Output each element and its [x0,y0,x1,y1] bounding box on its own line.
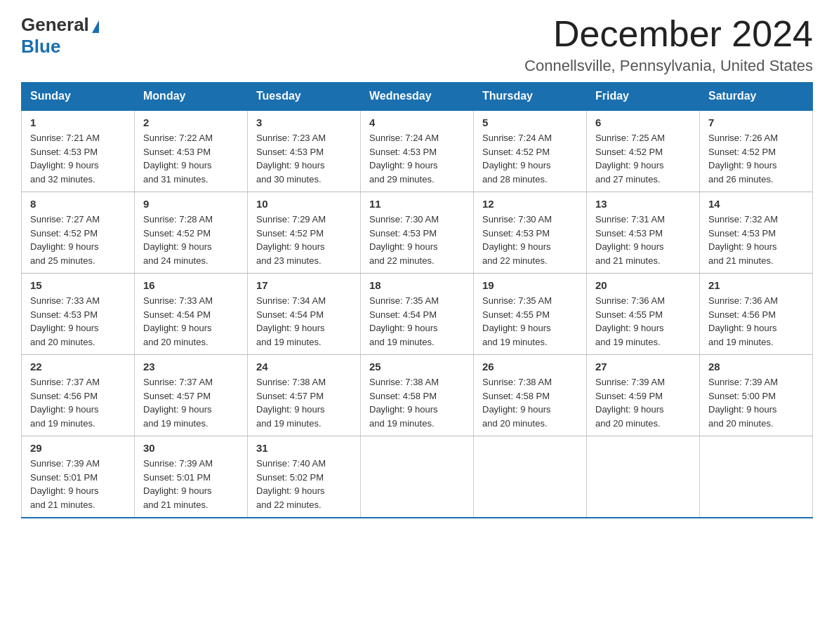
day-info: Sunrise: 7:38 AMSunset: 4:58 PMDaylight:… [482,377,552,429]
calendar-cell: 3 Sunrise: 7:23 AMSunset: 4:53 PMDayligh… [248,110,361,192]
day-number: 11 [369,198,465,210]
day-info: Sunrise: 7:24 AMSunset: 4:53 PMDaylight:… [369,133,439,185]
day-info: Sunrise: 7:33 AMSunset: 4:53 PMDaylight:… [30,295,100,347]
calendar-cell: 13 Sunrise: 7:31 AMSunset: 4:53 PMDaylig… [587,192,700,274]
calendar-cell: 22 Sunrise: 7:37 AMSunset: 4:56 PMDaylig… [22,355,135,436]
day-info: Sunrise: 7:37 AMSunset: 4:57 PMDaylight:… [143,377,213,429]
day-info: Sunrise: 7:35 AMSunset: 4:55 PMDaylight:… [482,295,552,347]
page-header: General Blue December 2024 Connellsville… [21,14,813,75]
calendar-cell: 7 Sunrise: 7:26 AMSunset: 4:52 PMDayligh… [700,110,813,192]
calendar-table: SundayMondayTuesdayWednesdayThursdayFrid… [21,82,813,518]
header-cell-wednesday: Wednesday [361,83,474,111]
calendar-cell: 16 Sunrise: 7:33 AMSunset: 4:54 PMDaylig… [135,274,248,355]
calendar-cell: 9 Sunrise: 7:28 AMSunset: 4:52 PMDayligh… [135,192,248,274]
day-info: Sunrise: 7:40 AMSunset: 5:02 PMDaylight:… [256,458,326,510]
day-number: 10 [256,198,352,210]
calendar-cell: 14 Sunrise: 7:32 AMSunset: 4:53 PMDaylig… [700,192,813,274]
calendar-cell: 1 Sunrise: 7:21 AMSunset: 4:53 PMDayligh… [22,110,135,192]
calendar-cell: 24 Sunrise: 7:38 AMSunset: 4:57 PMDaylig… [248,355,361,436]
day-info: Sunrise: 7:36 AMSunset: 4:55 PMDaylight:… [595,295,665,347]
logo-general: General [21,14,89,36]
day-number: 13 [595,198,691,210]
header-cell-sunday: Sunday [22,83,135,111]
calendar-header: SundayMondayTuesdayWednesdayThursdayFrid… [22,83,813,111]
week-row: 8 Sunrise: 7:27 AMSunset: 4:52 PMDayligh… [22,192,813,274]
logo-triangle-icon [92,20,99,33]
calendar-cell: 30 Sunrise: 7:39 AMSunset: 5:01 PMDaylig… [135,436,248,518]
calendar-cell: 11 Sunrise: 7:30 AMSunset: 4:53 PMDaylig… [361,192,474,274]
calendar-cell: 5 Sunrise: 7:24 AMSunset: 4:52 PMDayligh… [474,110,587,192]
header-cell-friday: Friday [587,83,700,111]
calendar-cell [700,436,813,518]
day-number: 2 [143,116,239,128]
day-number: 30 [143,442,239,454]
calendar-cell: 27 Sunrise: 7:39 AMSunset: 4:59 PMDaylig… [587,355,700,436]
day-number: 22 [30,361,126,373]
day-info: Sunrise: 7:26 AMSunset: 4:52 PMDaylight:… [708,133,778,185]
calendar-cell: 6 Sunrise: 7:25 AMSunset: 4:52 PMDayligh… [587,110,700,192]
day-info: Sunrise: 7:36 AMSunset: 4:56 PMDaylight:… [708,295,778,347]
week-row: 15 Sunrise: 7:33 AMSunset: 4:53 PMDaylig… [22,274,813,355]
header-cell-monday: Monday [135,83,248,111]
calendar-cell: 20 Sunrise: 7:36 AMSunset: 4:55 PMDaylig… [587,274,700,355]
day-number: 15 [30,279,126,291]
day-number: 4 [369,116,465,128]
day-info: Sunrise: 7:24 AMSunset: 4:52 PMDaylight:… [482,133,552,185]
week-row: 1 Sunrise: 7:21 AMSunset: 4:53 PMDayligh… [22,110,813,192]
calendar-cell: 18 Sunrise: 7:35 AMSunset: 4:54 PMDaylig… [361,274,474,355]
logo-blue-line: Blue [21,36,60,58]
day-info: Sunrise: 7:38 AMSunset: 4:58 PMDaylight:… [369,377,439,429]
day-info: Sunrise: 7:27 AMSunset: 4:52 PMDaylight:… [30,214,100,266]
day-number: 3 [256,116,352,128]
day-number: 5 [482,116,578,128]
day-info: Sunrise: 7:39 AMSunset: 5:01 PMDaylight:… [143,458,213,510]
day-info: Sunrise: 7:29 AMSunset: 4:52 PMDaylight:… [256,214,326,266]
week-row: 29 Sunrise: 7:39 AMSunset: 5:01 PMDaylig… [22,436,813,518]
month-title: December 2024 [524,14,813,54]
day-info: Sunrise: 7:31 AMSunset: 4:53 PMDaylight:… [595,214,665,266]
day-number: 25 [369,361,465,373]
calendar-cell: 12 Sunrise: 7:30 AMSunset: 4:53 PMDaylig… [474,192,587,274]
day-number: 23 [143,361,239,373]
day-number: 14 [708,198,804,210]
calendar-cell: 31 Sunrise: 7:40 AMSunset: 5:02 PMDaylig… [248,436,361,518]
day-number: 9 [143,198,239,210]
day-number: 17 [256,279,352,291]
day-info: Sunrise: 7:35 AMSunset: 4:54 PMDaylight:… [369,295,439,347]
day-number: 16 [143,279,239,291]
day-info: Sunrise: 7:21 AMSunset: 4:53 PMDaylight:… [30,133,100,185]
calendar-cell: 21 Sunrise: 7:36 AMSunset: 4:56 PMDaylig… [700,274,813,355]
day-number: 21 [708,279,804,291]
calendar-cell: 4 Sunrise: 7:24 AMSunset: 4:53 PMDayligh… [361,110,474,192]
day-number: 20 [595,279,691,291]
header-cell-thursday: Thursday [474,83,587,111]
calendar-cell [587,436,700,518]
day-number: 24 [256,361,352,373]
calendar-cell [474,436,587,518]
calendar-cell: 23 Sunrise: 7:37 AMSunset: 4:57 PMDaylig… [135,355,248,436]
day-number: 29 [30,442,126,454]
logo-blue: Blue [21,36,60,58]
day-info: Sunrise: 7:33 AMSunset: 4:54 PMDaylight:… [143,295,213,347]
week-row: 22 Sunrise: 7:37 AMSunset: 4:56 PMDaylig… [22,355,813,436]
day-info: Sunrise: 7:28 AMSunset: 4:52 PMDaylight:… [143,214,213,266]
calendar-cell: 15 Sunrise: 7:33 AMSunset: 4:53 PMDaylig… [22,274,135,355]
header-cell-tuesday: Tuesday [248,83,361,111]
title-block: December 2024 Connellsville, Pennsylvani… [524,14,813,75]
day-number: 31 [256,442,352,454]
logo-text: General [21,14,100,36]
calendar-cell: 10 Sunrise: 7:29 AMSunset: 4:52 PMDaylig… [248,192,361,274]
day-info: Sunrise: 7:37 AMSunset: 4:56 PMDaylight:… [30,377,100,429]
calendar-cell: 28 Sunrise: 7:39 AMSunset: 5:00 PMDaylig… [700,355,813,436]
location-subtitle: Connellsville, Pennsylvania, United Stat… [524,57,813,75]
calendar-cell: 29 Sunrise: 7:39 AMSunset: 5:01 PMDaylig… [22,436,135,518]
day-info: Sunrise: 7:30 AMSunset: 4:53 PMDaylight:… [369,214,439,266]
day-info: Sunrise: 7:39 AMSunset: 4:59 PMDaylight:… [595,377,665,429]
day-info: Sunrise: 7:38 AMSunset: 4:57 PMDaylight:… [256,377,326,429]
calendar-body: 1 Sunrise: 7:21 AMSunset: 4:53 PMDayligh… [22,110,813,518]
day-number: 1 [30,116,126,128]
day-number: 12 [482,198,578,210]
day-info: Sunrise: 7:30 AMSunset: 4:53 PMDaylight:… [482,214,552,266]
day-info: Sunrise: 7:39 AMSunset: 5:00 PMDaylight:… [708,377,778,429]
day-number: 26 [482,361,578,373]
